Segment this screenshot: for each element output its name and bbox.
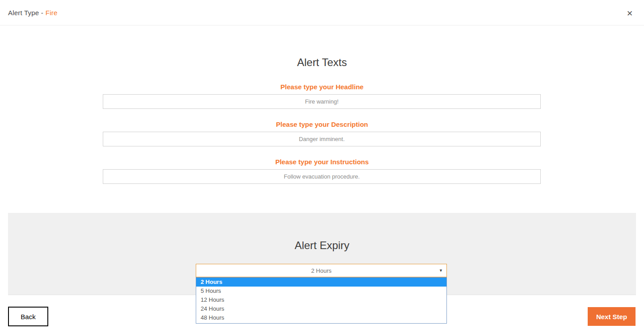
back-button[interactable]: Back bbox=[8, 307, 48, 326]
dialog-title-prefix: Alert Type - bbox=[8, 9, 43, 17]
alert-wizard-dialog: Alert Type - Fire ✕ Alert Texts Please t… bbox=[0, 0, 644, 333]
expiry-select[interactable]: 2 Hours ▼ bbox=[196, 264, 447, 277]
instructions-input[interactable] bbox=[103, 169, 541, 184]
expiry-option-48h[interactable]: 48 Hours bbox=[196, 313, 446, 322]
expiry-option-5h[interactable]: 5 Hours bbox=[196, 287, 446, 296]
alert-type-value: Fire bbox=[46, 9, 58, 17]
expiry-option-12h[interactable]: 12 Hours bbox=[196, 296, 446, 304]
close-icon[interactable]: ✕ bbox=[624, 8, 635, 19]
expiry-options-list: 2 Hours 5 Hours 12 Hours 24 Hours 48 Hou… bbox=[196, 277, 447, 324]
alert-expiry-heading: Alert Expiry bbox=[0, 239, 644, 252]
expiry-option-2h[interactable]: 2 Hours bbox=[196, 278, 446, 287]
chevron-down-icon: ▼ bbox=[439, 268, 443, 273]
headline-input[interactable] bbox=[103, 94, 541, 109]
dialog-title: Alert Type - Fire bbox=[8, 0, 57, 25]
description-input[interactable] bbox=[103, 132, 541, 146]
dialog-header: Alert Type - Fire ✕ bbox=[0, 0, 644, 25]
expiry-selected-value: 2 Hours bbox=[311, 267, 332, 274]
description-label: Please type your Description bbox=[0, 121, 644, 128]
expiry-option-24h[interactable]: 24 Hours bbox=[196, 304, 446, 313]
next-step-button[interactable]: Next Step bbox=[588, 307, 636, 326]
instructions-label: Please type your Instructions bbox=[0, 158, 644, 166]
alert-texts-heading: Alert Texts bbox=[0, 56, 644, 69]
headline-label: Please type your Headline bbox=[0, 83, 644, 91]
